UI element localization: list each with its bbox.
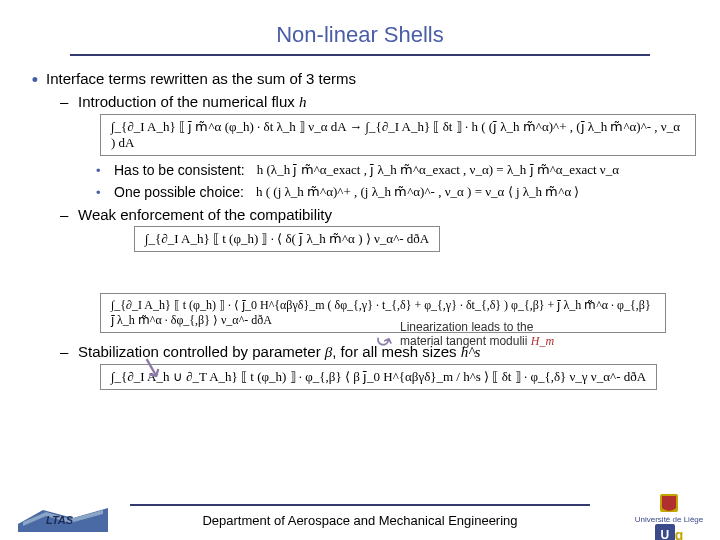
footer-rule bbox=[130, 504, 590, 506]
consistent-label: Has to be consistent: bbox=[114, 162, 245, 178]
equation-2: h (λ_h j̄ m̃^α_exact , j̄ λ_h m̃^α_exact… bbox=[257, 162, 619, 178]
flux-var: h bbox=[299, 94, 307, 110]
equation-3: h ( (j λ_h m̃^α)^+ , (j λ_h m̃^α)^- , ν_… bbox=[256, 184, 580, 200]
dash-icon: – bbox=[60, 206, 78, 223]
eq1-row: ∫_{∂_I A_h} ⟦ j̄ m̃^α (φ_h) · δt λ_h ⟧ ν… bbox=[100, 114, 696, 156]
bullet-level1: • Interface terms rewritten as the sum o… bbox=[24, 70, 696, 89]
choice-label: One possible choice: bbox=[114, 184, 244, 200]
sub1-text: Introduction of the numerical flux h bbox=[78, 93, 696, 111]
note-var: H_m bbox=[531, 334, 554, 348]
eq6-row: ∫_{∂_I A_h ∪ ∂_T A_h} ⟦ t (φ_h) ⟧ · φ_{,… bbox=[100, 364, 696, 390]
sub2-text: Weak enforcement of the compatibility bbox=[78, 206, 696, 223]
crest-icon bbox=[660, 494, 678, 516]
ltas-logo-icon: LTAS bbox=[18, 504, 108, 532]
slide-title: Non-linear Shells bbox=[0, 0, 720, 54]
equation-box-1: ∫_{∂_I A_h} ⟦ j̄ m̃^α (φ_h) · δt λ_h ⟧ ν… bbox=[100, 114, 696, 156]
bullet1-text: Interface terms rewritten as the sum of … bbox=[46, 70, 696, 87]
equation-box-6: ∫_{∂_I A_h ∪ ∂_T A_h} ⟦ t (φ_h) ⟧ · φ_{,… bbox=[100, 364, 657, 390]
bullet3-dot-icon: • bbox=[96, 163, 114, 178]
note-text: Linearization leads to the material tang… bbox=[400, 320, 533, 348]
content-area: • Interface terms rewritten as the sum o… bbox=[0, 70, 720, 390]
sub1-intro-text: Introduction of the numerical flux bbox=[78, 93, 299, 110]
linearization-note: Linearization leads to the material tang… bbox=[400, 320, 570, 349]
ulg-g-text: g bbox=[675, 527, 684, 540]
bullet3-dot-icon: • bbox=[96, 185, 114, 200]
title-rule bbox=[70, 54, 650, 56]
dash-icon: – bbox=[60, 93, 78, 110]
eq4-row: ∫_{∂_I A_h} ⟦ t (φ_h) ⟧ · ⟨ δ( j̄ λ_h m̃… bbox=[134, 226, 696, 252]
sub-bullet-weak: – Weak enforcement of the compatibility bbox=[24, 206, 696, 223]
sub-bullet-intro: – Introduction of the numerical flux h bbox=[24, 93, 696, 111]
sub-sub-choice: • One possible choice: h ( (j λ_h m̃^α)^… bbox=[24, 184, 696, 200]
ltas-logo: LTAS bbox=[18, 504, 108, 532]
ltas-text: LTAS bbox=[46, 514, 74, 526]
ulg-u-badge: U bbox=[655, 524, 675, 540]
dash-icon: – bbox=[60, 343, 78, 360]
sub-sub-consistent: • Has to be consistent: h (λ_h j̄ m̃^α_e… bbox=[24, 162, 696, 178]
equation-box-4: ∫_{∂_I A_h} ⟦ t (φ_h) ⟧ · ⟨ δ( j̄ λ_h m̃… bbox=[134, 226, 440, 252]
ulg-uni-text: Université de Liège bbox=[634, 516, 704, 524]
stab-text1: Stabilization controlled by parameter bbox=[78, 343, 325, 360]
ulg-logo: Université de Liège Ug bbox=[634, 494, 704, 534]
bullet-dot-icon: • bbox=[24, 71, 46, 89]
footer-text: Department of Aerospace and Mechanical E… bbox=[0, 513, 720, 528]
sub-bullet-stab: – Stabilization controlled by parameter … bbox=[24, 343, 696, 361]
